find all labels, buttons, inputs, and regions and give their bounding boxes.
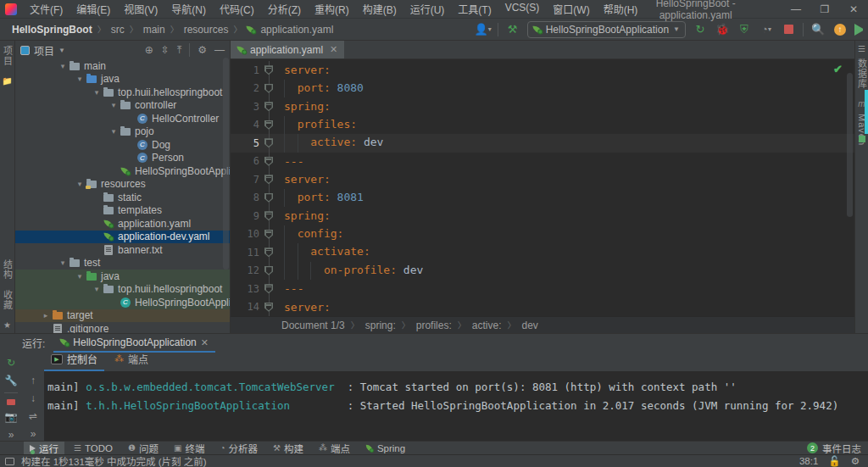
code-line-1[interactable]: 1server: (231, 61, 854, 80)
code-line-3[interactable]: 3spring: (231, 97, 854, 116)
chevron-down-icon[interactable]: ▾ (75, 180, 85, 188)
tree-item-main[interactable]: ▾main (15, 59, 230, 73)
thread-dump-camera-icon[interactable]: 📷 (5, 411, 18, 423)
inspection-ok-icon[interactable]: ✔ (833, 63, 843, 75)
code-line-2[interactable]: 2port: 8080 (231, 80, 854, 98)
code-line-14[interactable]: 14server: (231, 298, 854, 317)
menu-item[interactable]: 导航(N) (165, 0, 212, 18)
tree-item-dog[interactable]: CDog (15, 138, 230, 152)
yaml-key-gutter-icon[interactable] (264, 175, 273, 184)
yaml-key-gutter-icon[interactable] (264, 65, 273, 75)
tree-item-target[interactable]: ▸target (15, 309, 230, 323)
rerun-icon[interactable]: ↻ (7, 357, 15, 369)
project-tree-scrollbar[interactable] (223, 58, 229, 270)
tool-button-database[interactable]: 数据库 (855, 53, 868, 94)
menu-item[interactable]: 分析(Z) (262, 0, 307, 18)
yaml-key-gutter-icon[interactable] (264, 84, 273, 93)
tree-item-top-huii-hellospringboot[interactable]: ▾top.huii.hellospringboot (15, 86, 230, 99)
locate-file-icon[interactable]: ⊕ (145, 44, 153, 56)
yaml-key-gutter-icon[interactable] (264, 230, 273, 239)
line-number[interactable]: 11 (231, 247, 259, 259)
tool-window-button-端点[interactable]: ⁂端点 (313, 442, 356, 455)
chevron-down-icon[interactable]: ▾ (75, 75, 85, 83)
yaml-key-gutter-icon[interactable] (264, 284, 273, 293)
run-configuration-select[interactable]: HelloSpringBootApplication ▼ (527, 21, 686, 38)
menu-item[interactable]: 工具(T) (452, 0, 497, 18)
more-icon[interactable]: » (8, 429, 14, 441)
tree-item-top-huii-hellospringboot[interactable]: ▾top.huii.hellospringboot (15, 283, 230, 297)
chevron-right-icon[interactable]: ▸ (41, 311, 51, 320)
line-number[interactable]: 4 (231, 119, 259, 131)
coverage-icon[interactable]: ⛨ (737, 22, 752, 37)
tree-item-static[interactable]: static (15, 191, 230, 204)
tree-item-application-yaml[interactable]: application.yaml (15, 217, 230, 231)
code-line-4[interactable]: 4profiles: (231, 116, 854, 135)
chevron-down-icon[interactable]: ▾ (92, 285, 102, 293)
tool-window-button-spring[interactable]: Spring (359, 442, 411, 455)
run-icon[interactable]: ↻ (693, 22, 708, 37)
update-available-icon[interactable]: ↑ (832, 22, 848, 37)
menu-item[interactable]: VCS(S) (499, 0, 546, 18)
chevron-down-icon[interactable]: ▾ (75, 272, 85, 281)
line-number[interactable]: 3 (231, 101, 259, 113)
breadcrumb-item[interactable]: src (111, 24, 125, 36)
breadcrumb-item[interactable]: HelloSpringBoot (12, 24, 92, 36)
breadcrumb-item[interactable]: application.yaml (260, 24, 333, 36)
tree-item-controller[interactable]: ▾controller (15, 99, 230, 113)
minimize-icon[interactable]: — (782, 0, 810, 18)
project-view-select[interactable]: 项目 ▼ (20, 43, 65, 58)
tree-item-application-dev-yaml[interactable]: application-dev.yaml (15, 231, 230, 244)
code-line-9[interactable]: 9spring: (231, 207, 854, 225)
stop-icon[interactable] (781, 22, 796, 37)
tree-item-templates[interactable]: templates (15, 204, 230, 218)
run-tab[interactable]: HelloSpringBootApplication ✕ (53, 336, 215, 353)
line-number[interactable]: 2 (231, 82, 259, 94)
tool-button-structure[interactable]: 结构 (1, 254, 14, 285)
tool-window-button-运行[interactable]: 运行 (24, 442, 64, 455)
tab-endpoints[interactable]: ⁂端点 (108, 352, 155, 371)
menu-item[interactable]: 文件(F) (24, 0, 69, 18)
tool-button-favorites[interactable]: 收藏 (1, 285, 14, 315)
line-number[interactable]: 1 (231, 64, 259, 76)
debug-bug-icon[interactable]: 🐞 (715, 22, 730, 37)
yaml-key-gutter-icon[interactable] (264, 157, 273, 166)
chevron-down-icon[interactable]: ▾ (58, 259, 68, 267)
code-line-12[interactable]: 12on-profile: dev (231, 262, 854, 281)
collapse-all-icon[interactable]: ⤒ (177, 44, 181, 56)
code-line-10[interactable]: 10config: (231, 225, 854, 244)
menu-item[interactable]: 帮助(H) (598, 0, 644, 18)
edit-configuration-wrench-icon[interactable]: 🔧 (5, 375, 18, 386)
chevron-down-icon[interactable]: ▾ (108, 127, 119, 136)
tree-item-test[interactable]: ▾test (15, 257, 230, 270)
stop-icon[interactable] (7, 399, 15, 405)
yaml-breadcrumb-item[interactable]: active: (472, 320, 502, 331)
chevron-down-icon[interactable]: ▾ (58, 62, 68, 70)
line-number[interactable]: 6 (231, 155, 259, 167)
search-everywhere-icon[interactable]: 🔍 (810, 22, 826, 37)
profiler-icon[interactable]: ◔▾ (759, 22, 774, 37)
caret-position[interactable]: 38:1 (799, 456, 818, 466)
line-number[interactable]: 13 (231, 283, 259, 295)
line-number[interactable]: 14 (231, 301, 259, 313)
up-stack-icon[interactable]: ↑ (31, 375, 36, 386)
yaml-key-gutter-icon[interactable] (264, 193, 273, 203)
line-number[interactable]: 12 (231, 264, 259, 276)
line-number[interactable]: 8 (231, 192, 259, 203)
console-output[interactable]: main] o.s.b.w.embedded.tomcat.TomcatWebS… (44, 371, 868, 441)
editor-scrollbar[interactable] (847, 73, 853, 217)
yaml-key-gutter-icon[interactable] (264, 102, 273, 111)
expand-all-icon[interactable]: ⇳ (161, 44, 170, 56)
line-number[interactable]: 9 (231, 210, 259, 222)
code-line-13[interactable]: 13--- (231, 280, 854, 298)
menu-item[interactable]: 视图(V) (118, 0, 164, 18)
yaml-breadcrumb-item[interactable]: profiles: (416, 320, 452, 331)
menu-item[interactable]: 重构(R) (309, 0, 355, 18)
chevron-down-icon[interactable]: ▾ (108, 101, 119, 109)
code-line-5[interactable]: 5active: dev (231, 134, 854, 153)
tree-item-java[interactable]: ▾java (15, 73, 230, 86)
chevron-down-icon[interactable]: ▾ (92, 88, 102, 97)
user-avatar-icon[interactable]: 👤▾ (476, 22, 491, 37)
editor-tab-application-yaml[interactable]: application.yaml ✕ (231, 41, 344, 58)
tree-item-hellospringbootapplication[interactable]: HelloSpringBootApplication (15, 164, 230, 178)
yaml-key-gutter-icon[interactable] (264, 211, 273, 220)
